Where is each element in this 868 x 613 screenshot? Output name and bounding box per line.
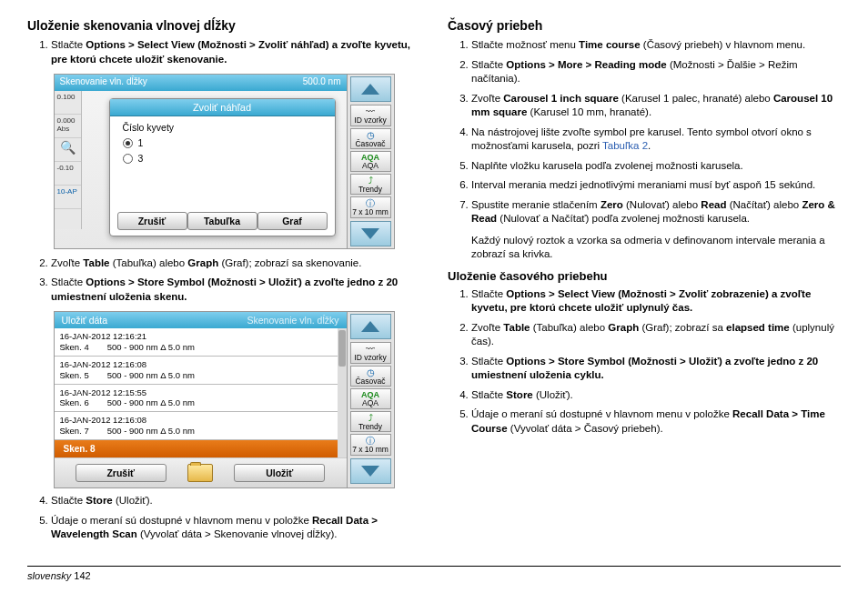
list-item: Stlačte Options > Store Symbol (Možnosti…	[471, 355, 841, 383]
window-title: Uložiť dáta	[62, 315, 108, 326]
list-item: Údaje o meraní sú dostupné v hlavnom men…	[471, 407, 841, 436]
list-item: Stlačte Options > Store Symbol (Možnosti…	[51, 276, 420, 304]
graph-button[interactable]: Graf	[257, 212, 328, 230]
left-list-3: Stlačte Store (Uložiť). Údaje o meraní s…	[27, 494, 420, 542]
list-item: Spustite meranie stlačením Zero (Nulovať…	[471, 198, 841, 226]
scrollbar-thumb[interactable]	[338, 330, 346, 367]
table-button[interactable]: Tabuľka	[187, 212, 257, 230]
list-item: Interval merania medzi jednotlivými mera…	[471, 178, 841, 193]
screenshot-select-view: Skenovanie vln. dĺžky 500.0 nm 0.100 0.0…	[54, 74, 395, 249]
right-list-1: Stlačte možnosť menu Time course (Časový…	[448, 38, 841, 226]
aqa-button[interactable]: AQAAQA	[350, 388, 391, 409]
window-title: Skenovanie vln. dĺžky	[60, 76, 147, 89]
save-button[interactable]: Uložiť	[234, 464, 325, 482]
list-item: Na nástrojovej lište zvoľte symbol pre k…	[471, 126, 841, 154]
axis-cell: 0.000Abs	[55, 115, 81, 138]
right-list-2: Stlačte Options > Select View (Možnosti …	[448, 287, 841, 437]
cancel-button[interactable]: Zrušiť	[117, 212, 187, 230]
cuvette-button[interactable]: ⓘ7 x 10 mm	[350, 196, 391, 218]
window-title-bar: Uložiť dáta Skenovanie vln. dĺžky	[55, 312, 347, 328]
window-title-right: Skenovanie vln. dĺžky	[247, 315, 339, 326]
list-item: Údaje o meraní sú dostupné v hlavnom men…	[51, 514, 420, 542]
left-list-1: Stlačte Options > Select View (Možnosti …	[27, 38, 420, 66]
radio-option-1[interactable]: 1	[123, 137, 322, 148]
right-heading: Časový priebeh	[448, 18, 841, 33]
scan-list: 16-JAN-2012 12:16:21Sken. 4500 - 900 nm …	[55, 328, 347, 458]
right-subheading: Uloženie časového priebehu	[448, 269, 841, 283]
side-toolbar: 〰ID vzorky ◷Časovač AQAAQA ⤴Trendy ⓘ7 x …	[347, 75, 394, 248]
scroll-up-button[interactable]	[350, 76, 391, 102]
footer-page-number: 142	[74, 570, 90, 581]
window-title-right: 500.0 nm	[303, 76, 341, 89]
cuvette-button[interactable]: ⓘ7 x 10 mm	[350, 434, 391, 456]
cancel-button[interactable]: Zrušiť	[76, 464, 167, 482]
y-axis: 0.100 0.000Abs 🔍 -0.10 10-AP	[55, 91, 82, 229]
radio-option-3[interactable]: 3	[123, 153, 322, 164]
radio-icon	[123, 154, 133, 164]
right-column: Časový priebeh Stlačte možnosť menu Time…	[448, 18, 841, 549]
left-heading: Uloženie skenovania vlnovej dĺžky	[27, 18, 420, 33]
side-toolbar: 〰ID vzorky ◷Časovač AQAAQA ⤴Trendy ⓘ7 x …	[347, 312, 394, 487]
list-item: Zvoľte Carousel 1 inch square (Karusel 1…	[471, 92, 841, 120]
timer-button[interactable]: ◷Časovač	[350, 128, 391, 150]
list-item: Zvoľte Table (Tabuľka) alebo Graph (Graf…	[471, 321, 841, 349]
scrollbar[interactable]	[338, 328, 347, 457]
left-list-2: Zvoľte Table (Tabuľka) alebo Graph (Graf…	[27, 256, 420, 305]
dialog-title: Zvoliť náhľad	[110, 99, 335, 116]
scroll-down-button[interactable]	[350, 221, 391, 246]
list-item[interactable]: 16-JAN-2012 12:15:55Sken. 6500 - 900 nm …	[55, 385, 347, 413]
cuvette-number-label: Číslo kyvety	[123, 122, 322, 133]
window-title-bar: Skenovanie vln. dĺžky 500.0 nm	[55, 75, 347, 91]
list-entries: 16-JAN-2012 12:16:21Sken. 4500 - 900 nm …	[55, 328, 347, 440]
zoom-icon[interactable]: 🔍	[55, 138, 81, 162]
dialog-footer: Zrušiť Uložiť	[55, 458, 347, 487]
axis-cell: 10-AP	[55, 186, 81, 209]
select-view-dialog: Zvoliť náhľad Číslo kyvety 1	[109, 98, 336, 236]
page-footer: slovensky 142	[27, 566, 841, 581]
left-column: Uloženie skenovania vlnovej dĺžky Stlačt…	[27, 18, 420, 549]
scroll-down-button[interactable]	[350, 458, 391, 484]
folder-icon[interactable]	[187, 464, 213, 482]
list-item: Stlačte Store (Uložiť).	[51, 494, 420, 508]
selected-row[interactable]: Sken. 8	[55, 440, 347, 457]
list-item: Stlačte Store (Uložiť).	[471, 388, 841, 403]
timer-button[interactable]: ◷Časovač	[350, 366, 391, 387]
screenshot-store-data: Uložiť dáta Skenovanie vln. dĺžky 16-JAN…	[54, 311, 395, 488]
list-item: Stlačte možnosť menu Time course (Časový…	[471, 38, 841, 53]
right-note: Každý nulový roztok a vzorka sa odmeria …	[471, 234, 841, 262]
list-item[interactable]: 16-JAN-2012 12:16:08Sken. 7500 - 900 nm …	[55, 412, 347, 440]
aqa-button[interactable]: AQAAQA	[350, 151, 391, 172]
list-item[interactable]: 16-JAN-2012 12:16:21Sken. 4500 - 900 nm …	[55, 328, 347, 357]
sample-id-button[interactable]: 〰ID vzorky	[350, 342, 391, 364]
axis-cell: -0.10	[55, 162, 81, 186]
radio-icon	[123, 138, 133, 148]
axis-cell: 0.100	[55, 91, 81, 115]
scroll-up-button[interactable]	[350, 314, 391, 339]
footer-lang: slovensky	[27, 570, 71, 581]
list-item: Stlačte Options > Select View (Možnosti …	[471, 287, 841, 316]
trendy-button[interactable]: ⤴Trendy	[350, 174, 391, 196]
trendy-button[interactable]: ⤴Trendy	[350, 411, 391, 433]
sample-id-button[interactable]: 〰ID vzorky	[350, 105, 391, 126]
list-item: Stlačte Options > Select View (Možnosti …	[51, 38, 420, 66]
list-item[interactable]: 16-JAN-2012 12:16:08Sken. 5500 - 900 nm …	[55, 357, 347, 385]
page: Uloženie skenovania vlnovej dĺžky Stlačt…	[0, 0, 868, 558]
list-item: Naplňte vložku karusela podľa zvolenej m…	[471, 159, 841, 174]
list-item: Stlačte Options > More > Reading mode (M…	[471, 58, 841, 86]
list-item: Zvoľte Table (Tabuľka) alebo Graph (Graf…	[51, 256, 420, 271]
